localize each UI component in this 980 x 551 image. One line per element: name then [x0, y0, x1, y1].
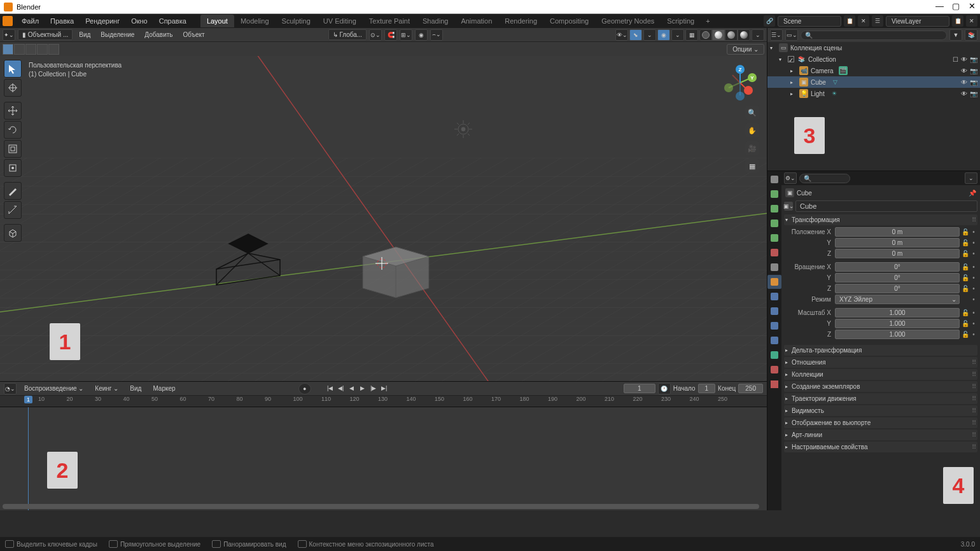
- xray-button[interactable]: ▦: [685, 29, 698, 41]
- ws-tab-animation[interactable]: Animation: [454, 15, 498, 27]
- tool-cursor[interactable]: [4, 79, 22, 97]
- tool-move[interactable]: [4, 102, 22, 120]
- gizmo-x-axis[interactable]: [744, 86, 753, 95]
- scene-name-field[interactable]: Scene: [778, 16, 841, 27]
- menu-file[interactable]: Файл: [17, 15, 44, 27]
- minimize-button[interactable]: —: [935, 3, 943, 11]
- scale-z-field[interactable]: 1.000: [835, 330, 960, 339]
- jump-start[interactable]: |◀: [325, 383, 335, 393]
- snap-button[interactable]: 🧲: [384, 29, 397, 41]
- ptab-constraints[interactable]: [767, 333, 781, 347]
- overlay-type-button[interactable]: ⌄: [671, 29, 684, 41]
- pan-icon[interactable]: ✋: [745, 123, 759, 137]
- outliner-type-button[interactable]: ☰⌄: [770, 29, 783, 41]
- tl-marker[interactable]: Маркер: [149, 384, 179, 393]
- ws-tab-modeling[interactable]: Modeling: [234, 15, 276, 27]
- perspective-icon[interactable]: ▦: [745, 159, 759, 173]
- ptab-texture[interactable]: [767, 377, 781, 391]
- panel-viewport-display[interactable]: ▸Отображение во вьюпорте⠿: [784, 417, 977, 428]
- panel-instancing[interactable]: ▸Создание экземпляров⠿: [784, 381, 977, 392]
- object-name-field[interactable]: Cube: [795, 200, 977, 212]
- menu-help[interactable]: Справка: [154, 15, 192, 27]
- zoom-icon[interactable]: 🔍: [745, 106, 759, 120]
- viewport-options-button[interactable]: Опции ⌄: [727, 44, 764, 55]
- pin-icon[interactable]: 📌: [969, 190, 976, 197]
- prev-keyframe[interactable]: ◀|: [336, 383, 346, 393]
- gizmo-toggle[interactable]: ⬊: [629, 29, 642, 41]
- loc-x-field[interactable]: 0 m: [835, 227, 960, 237]
- visibility-button[interactable]: 👁⌄: [615, 29, 628, 41]
- tool-annotate[interactable]: [4, 182, 22, 200]
- ptab-render[interactable]: [767, 187, 781, 201]
- timeline-type-button[interactable]: ◔⌄: [4, 383, 17, 394]
- vp-menu-object[interactable]: Объект: [179, 30, 209, 39]
- rot-y-field[interactable]: 0°: [835, 273, 960, 282]
- blender-icon[interactable]: [3, 16, 13, 26]
- ws-tab-texpaint[interactable]: Texture Paint: [363, 15, 416, 27]
- ptab-particles[interactable]: [767, 304, 781, 318]
- play-reverse[interactable]: ◀: [347, 383, 357, 393]
- collection-checkbox[interactable]: ✓: [788, 56, 794, 62]
- ptab-material[interactable]: [767, 363, 781, 377]
- gizmo-type-button[interactable]: ⌄: [643, 29, 656, 41]
- lock-icon[interactable]: 🔓: [961, 228, 970, 235]
- collection-eye-icon[interactable]: 👁: [961, 56, 967, 63]
- ptab-tool[interactable]: [767, 172, 781, 186]
- ptab-modifiers[interactable]: [767, 289, 781, 303]
- light-data-icon[interactable]: ☀: [830, 89, 839, 98]
- panel-custom-props[interactable]: ▸Настраиваемые свойства⠿: [784, 442, 977, 452]
- timeline-body[interactable]: 2: [0, 407, 767, 510]
- shade-matpreview[interactable]: [725, 29, 738, 41]
- rot-z-field[interactable]: 0°: [835, 284, 960, 293]
- jump-end[interactable]: ▶|: [379, 383, 389, 393]
- selmode-4[interactable]: [37, 44, 48, 55]
- tool-measure[interactable]: [4, 201, 22, 219]
- orientation-selector[interactable]: ↳ Глоба...: [328, 29, 367, 40]
- ptab-output[interactable]: [767, 202, 781, 216]
- panel-lineart[interactable]: ▸Арт-линии⠿: [784, 429, 977, 440]
- tool-scale[interactable]: [4, 140, 22, 158]
- outliner-search[interactable]: 🔍: [801, 31, 947, 40]
- scene-link-icon[interactable]: 🔗: [764, 15, 775, 27]
- outliner-collection-row[interactable]: ▾ ✓ 📚 Collection ☐ 👁 📷: [767, 53, 980, 65]
- ws-tab-shading[interactable]: Shading: [416, 15, 454, 27]
- panel-visibility[interactable]: ▸Видимость⠿: [784, 405, 977, 416]
- vp-menu-add[interactable]: Добавить: [141, 30, 176, 39]
- tl-keying[interactable]: Кеинг ⌄: [91, 384, 122, 393]
- ws-tab-sculpting[interactable]: Sculpting: [276, 15, 317, 27]
- outliner-cube-row[interactable]: ▸ ▣ Cube ▽ 👁📷: [767, 76, 980, 88]
- ptab-data[interactable]: [767, 348, 781, 362]
- vp-menu-view[interactable]: Вид: [75, 30, 94, 39]
- play-forward[interactable]: ▶: [358, 383, 368, 393]
- tool-addcube[interactable]: [4, 224, 22, 242]
- ws-tab-layout[interactable]: Layout: [200, 15, 234, 27]
- menu-render[interactable]: Рендеринг: [80, 15, 125, 27]
- gizmo-y-axis[interactable]: Y: [748, 73, 757, 82]
- autokey-button[interactable]: ●: [298, 383, 311, 394]
- viewlayer-new-icon[interactable]: 📋: [952, 15, 963, 27]
- viewlayer-icon[interactable]: ☰: [872, 15, 883, 27]
- tool-transform[interactable]: [4, 159, 22, 177]
- mesh-data-icon[interactable]: ▽: [831, 78, 840, 87]
- menu-edit[interactable]: Правка: [45, 15, 79, 27]
- cube-eye-icon[interactable]: 👁: [961, 79, 967, 86]
- ws-tab-uv[interactable]: UV Editing: [317, 15, 363, 27]
- ptab-physics[interactable]: [767, 319, 781, 333]
- end-frame-field[interactable]: 250: [738, 384, 763, 393]
- panel-transform-header[interactable]: ▾Трансформация⠿: [784, 214, 977, 225]
- camera-data-icon[interactable]: 🎬: [839, 66, 848, 75]
- maximize-button[interactable]: ▢: [952, 3, 960, 11]
- next-keyframe[interactable]: |▶: [368, 383, 379, 393]
- light-eye-icon[interactable]: 👁: [961, 90, 967, 97]
- camera-eye-icon[interactable]: 👁: [961, 67, 967, 74]
- snap-type-button[interactable]: ⊞⌄: [400, 29, 412, 41]
- panel-motionpaths[interactable]: ▸Траектории движения⠿: [784, 393, 977, 404]
- ws-tab-geonodes[interactable]: Geometry Nodes: [595, 15, 661, 27]
- collection-exclude-icon[interactable]: ☐: [953, 56, 958, 63]
- gizmo-z-axis[interactable]: Z: [736, 65, 745, 74]
- scale-x-field[interactable]: 1.000: [835, 308, 960, 317]
- editor-type-button[interactable]: ✦⌄: [3, 29, 15, 41]
- viewlayer-delete-icon[interactable]: ✕: [966, 15, 977, 27]
- selmode-5[interactable]: [48, 44, 59, 55]
- collection-render-icon[interactable]: 📷: [970, 56, 977, 63]
